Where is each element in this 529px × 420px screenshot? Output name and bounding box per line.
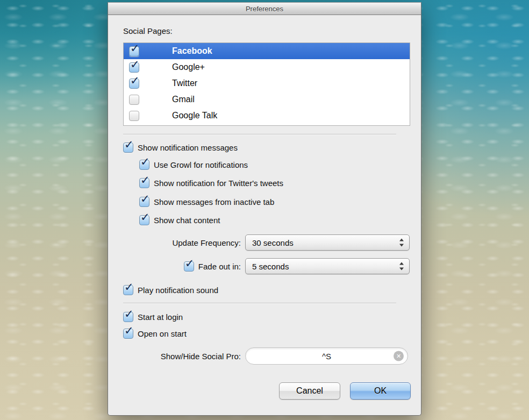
hotkey-value: ^S [322, 352, 331, 361]
checkmark-icon: ✓ [130, 75, 140, 86]
clear-x-glyph: ✕ [396, 353, 401, 360]
play-sound-checkbox[interactable]: ✓ [123, 285, 133, 295]
stepper-arrows-icon [399, 239, 404, 247]
stepper-arrows-icon [399, 262, 404, 270]
start-at-login-row: ✓ Start at login [123, 311, 183, 323]
ok-button-label: OK [374, 386, 387, 396]
window-title: Preferences [246, 5, 283, 13]
checkbox-label: Show notification for Twitter's tweets [154, 179, 283, 188]
checkbox-label: Use Growl for notifications [154, 160, 248, 169]
list-item-label: Google Talk [172, 111, 217, 120]
cancel-button-label: Cancel [296, 386, 323, 396]
use-growl-row: ✓ Use Growl for notifications [139, 159, 248, 170]
chat-content-row: ✓ Show chat content [139, 214, 220, 226]
list-item-gmail[interactable]: ✓ Gmail [124, 91, 410, 108]
ok-button[interactable]: OK [350, 382, 411, 400]
cancel-button[interactable]: Cancel [279, 382, 340, 400]
list-item-label: Facebook [172, 46, 212, 56]
chat-content-checkbox[interactable]: ✓ [139, 215, 149, 225]
twitter-tweets-checkbox[interactable]: ✓ [139, 178, 149, 188]
use-growl-checkbox[interactable]: ✓ [139, 160, 149, 170]
fade-out-value: 5 seconds [252, 262, 289, 271]
checkbox-label: Show notification messages [138, 143, 238, 152]
inactive-tab-row: ✓ Show messages from inactive tab [139, 196, 274, 208]
checkbox-label: Play notification sound [138, 286, 218, 295]
checkmark-icon: ✓ [140, 174, 150, 186]
twitter-tweets-row: ✓ Show notification for Twitter's tweets [139, 177, 283, 189]
fade-out-select[interactable]: 5 seconds [245, 258, 410, 274]
checkbox-label: Show chat content [154, 216, 220, 225]
show-notification-messages-row: ✓ Show notification messages [123, 141, 238, 153]
open-on-start-checkbox[interactable]: ✓ [123, 329, 133, 339]
update-frequency-value: 30 seconds [252, 238, 294, 247]
list-item-label: Google+ [172, 62, 205, 72]
checkmark-icon: ✓ [130, 42, 140, 54]
list-item-googleplus[interactable]: ✓ Google+ [124, 59, 410, 75]
checkmark-icon: ✓ [140, 156, 150, 167]
update-frequency-label-wrap: Update Frequency: [108, 237, 241, 248]
checkmark-icon: ✓ [140, 211, 150, 223]
checkbox-label: Start at login [138, 312, 183, 322]
social-pages-list: ✓ Facebook ✓ Google+ ✓ Twitter ✓ Gmail ✓… [123, 42, 410, 126]
list-item-label: Gmail [172, 95, 195, 104]
checkmark-icon: ✓ [185, 258, 195, 269]
checkbox-label: Open on start [138, 329, 187, 338]
googleplus-checkbox[interactable]: ✓ [129, 62, 139, 73]
checkmark-icon: ✓ [124, 139, 134, 150]
update-frequency-label: Update Frequency: [172, 238, 241, 247]
hotkey-input[interactable]: ^S ✕ [245, 347, 408, 365]
divider [123, 134, 396, 134]
facebook-checkbox[interactable]: ✓ [129, 46, 139, 56]
divider [123, 303, 396, 303]
checkmark-icon: ✓ [140, 193, 150, 204]
start-at-login-checkbox[interactable]: ✓ [123, 312, 133, 322]
title-bar[interactable]: Preferences [108, 3, 421, 15]
twitter-checkbox[interactable]: ✓ [129, 79, 139, 89]
checkbox-label: Show messages from inactive tab [154, 197, 274, 207]
update-frequency-select[interactable]: 30 seconds [245, 234, 410, 251]
preferences-window: Preferences Social Pages: ✓ Facebook ✓ G… [108, 2, 421, 416]
list-item-facebook[interactable]: ✓ Facebook [124, 43, 410, 59]
gmail-checkbox[interactable]: ✓ [129, 95, 139, 105]
hotkey-label-wrap: Show/Hide Social Pro: [108, 350, 241, 362]
hotkey-label: Show/Hide Social Pro: [161, 352, 241, 361]
list-item-googletalk[interactable]: ✓ Google Talk [124, 108, 410, 124]
play-sound-row: ✓ Play notification sound [123, 284, 218, 296]
fade-out-label: Fade out in: [198, 262, 241, 271]
checkmark-icon: ✓ [124, 308, 134, 319]
inactive-tab-checkbox[interactable]: ✓ [139, 197, 149, 207]
checkmark-icon: ✓ [124, 325, 134, 336]
list-item-label: Twitter [172, 79, 197, 88]
checkmark-icon: ✓ [130, 59, 140, 70]
social-pages-label: Social Pages: [123, 26, 173, 35]
list-item-twitter[interactable]: ✓ Twitter [124, 75, 410, 91]
show-notification-messages-checkbox[interactable]: ✓ [123, 143, 133, 153]
fade-out-label-wrap: ✓ Fade out in: [108, 260, 241, 272]
fade-out-checkbox[interactable]: ✓ [184, 261, 194, 272]
clear-icon[interactable]: ✕ [394, 351, 404, 361]
open-on-start-row: ✓ Open on start [123, 328, 187, 339]
googletalk-checkbox[interactable]: ✓ [129, 111, 139, 121]
checkmark-icon: ✓ [124, 281, 134, 293]
